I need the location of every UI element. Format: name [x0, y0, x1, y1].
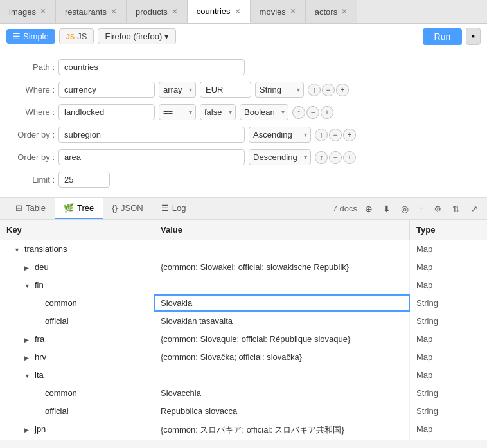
tab-tree[interactable]: 🌿 Tree: [55, 198, 103, 219]
where1-type-select[interactable]: String Number Boolean: [255, 82, 304, 98]
table-row[interactable]: officialRepubblica slovaccaString: [0, 402, 487, 420]
orderby1-label: Order by :: [6, 130, 55, 139]
download-icon-button[interactable]: ⬇: [380, 202, 393, 215]
stop-button[interactable]: ▪: [466, 28, 481, 45]
toggle-closed-icon[interactable]: [24, 352, 32, 362]
key-text: jpn: [35, 424, 46, 434]
key-cell: hrv: [0, 348, 154, 366]
where2-controls: ↑ − +: [292, 106, 333, 119]
table-icon: ⊞: [15, 203, 22, 213]
toggle-open-icon[interactable]: [24, 370, 32, 380]
value-cell[interactable]: Slovakia: [154, 294, 410, 312]
where1-field-input[interactable]: [58, 82, 155, 98]
simple-button[interactable]: ☰ Simple: [6, 29, 55, 44]
tab-countries[interactable]: countries✕: [188, 0, 251, 23]
value-cell: {common: Slovaquie; official: République…: [154, 330, 410, 348]
orderby2-dir-select[interactable]: Descending Ascending: [249, 149, 311, 165]
where1-op-container: array == !=: [159, 82, 196, 98]
where2-field-input[interactable]: [58, 104, 155, 120]
key-cell: official: [0, 402, 154, 420]
table-row[interactable]: commonSlovakiaString: [0, 294, 487, 312]
type-cell: Map: [410, 366, 487, 384]
where1-controls: ↑ − +: [308, 84, 349, 96]
json-icon: {}: [112, 203, 118, 213]
type-cell: Map: [410, 348, 487, 366]
table-row[interactable]: deu{common: Slowakei; official: slowakis…: [0, 258, 487, 276]
where2-type-select[interactable]: Boolean String Number: [240, 104, 288, 120]
tab-products[interactable]: products✕: [127, 0, 188, 23]
key-cell: common: [0, 294, 154, 312]
key-cell: fra: [0, 330, 154, 348]
table-row[interactable]: translationsMap: [0, 240, 487, 258]
toggle-closed-icon[interactable]: [24, 262, 32, 272]
where2-label: Where :: [6, 107, 55, 117]
tab-label: restaurants: [65, 7, 107, 17]
tab-actors[interactable]: actors✕: [306, 0, 357, 23]
orderby1-dir-select[interactable]: Ascending Descending: [249, 127, 311, 143]
table-row[interactable]: hrv{common: Slovačka; official: slovačka…: [0, 348, 487, 366]
tab-json[interactable]: {} JSON: [103, 198, 152, 219]
where2-op-container: == != array: [159, 104, 196, 120]
toggle-open-icon[interactable]: [24, 280, 32, 290]
tab-restaurants[interactable]: restaurants✕: [56, 0, 127, 23]
value-cell: [154, 366, 410, 384]
orderby2-field-input[interactable]: [58, 149, 245, 165]
orderby2-add-button[interactable]: +: [343, 151, 356, 164]
tab-movies[interactable]: movies✕: [251, 0, 306, 23]
location-icon-button[interactable]: ◎: [398, 202, 411, 215]
where1-add-button[interactable]: +: [336, 84, 349, 96]
where1-op-select[interactable]: array == !=: [159, 82, 196, 98]
toggle-closed-icon[interactable]: [24, 334, 32, 344]
run-button[interactable]: Run: [423, 28, 463, 45]
orderby1-dir-container: Ascending Descending: [249, 127, 311, 143]
tab-close[interactable]: ✕: [290, 8, 296, 15]
tab-close[interactable]: ✕: [341, 8, 348, 15]
table-row[interactable]: fra{common: Slovaquie; official: Républi…: [0, 330, 487, 348]
orderby1-field-input[interactable]: [58, 127, 245, 143]
settings-icon-button[interactable]: ⚙: [431, 202, 445, 215]
limit-label: Limit :: [6, 175, 55, 184]
type-cell: Map: [410, 276, 487, 294]
layers-icon-button[interactable]: ⊕: [362, 202, 375, 215]
js-button[interactable]: JS JS: [59, 28, 94, 44]
tab-close[interactable]: ✕: [235, 8, 241, 15]
firefoo-dropdown[interactable]: Firefoo (firefoo) ▾: [98, 28, 176, 44]
table-row[interactable]: finMap: [0, 276, 487, 294]
orderby2-remove-button[interactable]: −: [329, 151, 342, 164]
toggle-closed-icon[interactable]: [24, 424, 32, 434]
orderby1-remove-button[interactable]: −: [329, 129, 342, 141]
toggle-open-icon[interactable]: [14, 244, 22, 254]
share-icon-button[interactable]: ↑: [416, 202, 426, 215]
where2-add-button[interactable]: +: [321, 106, 333, 119]
path-input[interactable]: [58, 59, 245, 75]
table-row[interactable]: jpn{common: スロバキア; official: スロバキア共和国}Ma…: [0, 420, 487, 440]
tab-close[interactable]: ✕: [172, 8, 178, 15]
orderby1-add-button[interactable]: +: [343, 129, 356, 141]
tab-log[interactable]: ☰ Log: [152, 198, 195, 219]
value-cell: Slovakian tasavalta: [154, 312, 410, 330]
where2-val-select[interactable]: false true: [200, 104, 236, 120]
table-row[interactable]: commonSlovacchiaString: [0, 384, 487, 402]
orderby2-up-button[interactable]: ↑: [315, 151, 328, 164]
tab-close[interactable]: ✕: [40, 8, 46, 15]
table-row[interactable]: officialSlovakian tasavaltaString: [0, 312, 487, 330]
tab-images[interactable]: images✕: [0, 0, 56, 23]
expand-icon-button[interactable]: ⤢: [468, 202, 481, 215]
where1-val-input[interactable]: [200, 82, 251, 98]
sort-icon-button[interactable]: ⇅: [450, 202, 463, 215]
where2-up-button[interactable]: ↑: [292, 106, 305, 119]
stop-icon: ▪: [472, 31, 475, 41]
orderby1-row: Order by : Ascending Descending ↑ − +: [0, 123, 487, 146]
tab-table[interactable]: ⊞ Table: [6, 198, 55, 219]
limit-input[interactable]: [58, 172, 110, 188]
tab-close[interactable]: ✕: [111, 8, 117, 15]
table-row[interactable]: itaMap: [0, 366, 487, 384]
where1-remove-button[interactable]: −: [322, 84, 335, 96]
where2-op-select[interactable]: == != array: [159, 104, 196, 120]
where1-up-button[interactable]: ↑: [308, 84, 321, 96]
orderby2-label: Order by :: [6, 152, 55, 162]
tab-label: products: [136, 7, 168, 17]
orderby1-up-button[interactable]: ↑: [315, 129, 328, 141]
where2-remove-button[interactable]: −: [306, 106, 319, 119]
key-cell: official: [0, 312, 154, 330]
